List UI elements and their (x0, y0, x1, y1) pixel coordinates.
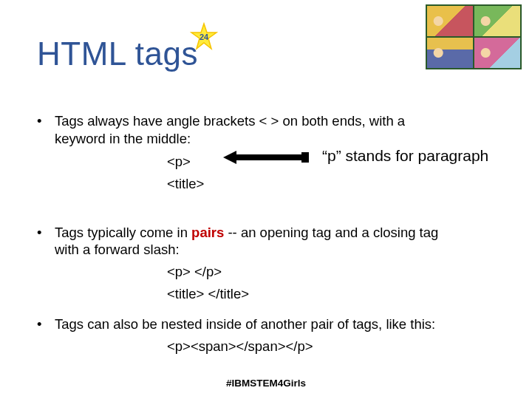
page-title: HTML tags (37, 35, 198, 72)
bullet-text: -- an opening tag and a closing tag (224, 225, 438, 240)
svg-rect-1 (232, 154, 306, 160)
emphasis-pairs: pairs (191, 225, 224, 240)
cartoon-panel (427, 6, 473, 36)
svg-rect-2 (301, 152, 309, 163)
bullet-text: keyword in the middle: (55, 131, 191, 146)
code-example: <title> (167, 175, 510, 193)
bullet-text: with a forward slash: (55, 242, 180, 257)
code-example: <p> </p> (167, 263, 510, 281)
bullet-text: Tags always have angle brackets < > on b… (55, 113, 405, 129)
star-badge-number: 24 (200, 33, 209, 41)
cartoon-panel (474, 38, 520, 68)
bullet-text: Tags typically come in (55, 225, 191, 240)
footer-hashtag: #IBMSTEM4Girls (0, 378, 532, 389)
decorative-cartoon-grid (426, 4, 522, 69)
code-example: <title> </title> (167, 285, 510, 303)
left-arrow-icon (223, 149, 312, 166)
code-example: <p><span></span></p> (167, 338, 510, 355)
star-icon: 24 (189, 22, 219, 52)
cartoon-panel (427, 38, 473, 68)
list-item: Tags can also be nested inside of anothe… (34, 316, 510, 355)
cartoon-panel (474, 6, 520, 36)
callout-text: “p” stands for paragraph (322, 147, 488, 165)
svg-marker-3 (223, 151, 236, 164)
list-item: Tags typically come in pairs -- an openi… (34, 224, 510, 303)
bullet-text: Tags can also be nested inside of anothe… (55, 316, 435, 332)
